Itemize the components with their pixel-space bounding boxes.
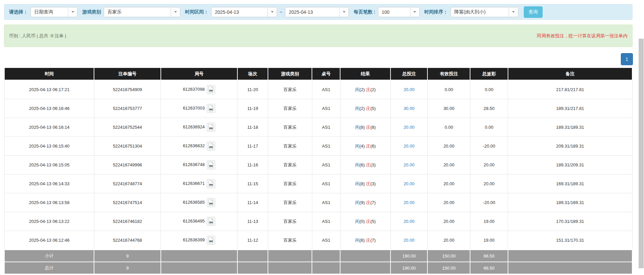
bet-id-cell: 522416749996: [94, 156, 160, 174]
payout-cell: 20.00: [470, 174, 508, 193]
game-type-cell: 百家乐: [268, 99, 312, 118]
table-row: 2025-04-13 06:13:22522416746182612636495…: [4, 212, 632, 231]
payout-cell: 19.00: [470, 231, 508, 250]
result-cell: 闲(4) 庄(6): [340, 137, 390, 156]
scrollbar-thumb[interactable]: [639, 39, 644, 268]
game-type-label: 游戏类别: [82, 9, 101, 15]
total-bet-link[interactable]: 20.00: [404, 238, 415, 243]
game-type-select[interactable]: 百家乐: [104, 7, 180, 17]
col-header-valid-bet: 有效投注: [427, 68, 470, 80]
page-size-label: 每页笔数 :: [354, 9, 375, 15]
result-banker-label: 庄: [366, 162, 370, 167]
time-cell: 2025-04-13 06:17:21: [4, 80, 94, 99]
result-banker-label: 庄: [366, 125, 370, 130]
table-no-cell: AS1: [312, 212, 340, 231]
game-type-cell: 百家乐: [268, 212, 312, 231]
video-icon[interactable]: [207, 104, 215, 113]
table-no-cell: AS1: [312, 137, 340, 156]
payout-cell: 28.50: [470, 99, 508, 118]
scrollbar-track[interactable]: [638, 0, 644, 275]
table-row: 2025-04-13 06:12:46522416744768612636399…: [4, 231, 632, 250]
video-icon[interactable]: [207, 85, 215, 94]
valid-bet-cell: 20.00: [427, 231, 470, 250]
currency-total-text: 币别 : 人民币 | 总共 :9 注单 |: [9, 33, 66, 39]
note-cell: 189.31/217.81: [508, 99, 632, 118]
video-icon[interactable]: [207, 160, 215, 169]
game-type-cell: 百家乐: [268, 137, 312, 156]
total-bet-cell[interactable]: 20.00: [390, 174, 427, 193]
valid-bet-cell: 20.00: [427, 212, 470, 231]
subtotal-valid-bet: 150.00: [427, 250, 470, 262]
table-no-cell: AS1: [312, 193, 340, 212]
total-bet-cell[interactable]: 30.00: [390, 99, 427, 118]
table-row: 2025-04-13 06:15:05522416749996612636748…: [4, 156, 632, 174]
col-header-total-bet: 总投注: [390, 68, 427, 80]
empty-cell: [161, 262, 237, 274]
date-from-select[interactable]: 2025-04-13: [211, 7, 277, 17]
result-player-label: 闲: [355, 200, 360, 205]
total-bet-cell[interactable]: 20.00: [390, 118, 427, 137]
game-type-cell: 百家乐: [268, 156, 312, 174]
total-bet-cell[interactable]: 20.00: [390, 212, 427, 231]
date-range-separator: ~: [280, 9, 282, 15]
total-bet-link[interactable]: 20.00: [404, 200, 415, 205]
total-bet-link[interactable]: 20.00: [404, 144, 415, 149]
note-cell: 189.31/189.31: [508, 118, 632, 137]
time-cell: 2025-04-13 06:16:46: [4, 99, 94, 118]
result-player-label: 闲: [355, 219, 360, 224]
video-icon[interactable]: [207, 142, 215, 151]
empty-cell: [237, 250, 268, 262]
payout-cell: -20.00: [470, 193, 508, 212]
total-bet-cell[interactable]: 20.00: [390, 137, 427, 156]
payout-cell: 20.00: [470, 156, 508, 174]
video-icon[interactable]: [207, 217, 215, 226]
video-icon[interactable]: [207, 179, 215, 188]
col-header-table-no: 桌号: [312, 68, 340, 80]
valid-bet-cell: 20.00: [427, 137, 470, 156]
table-row: 2025-04-13 06:15:40522416751304612636832…: [4, 137, 632, 156]
total-label: 总计: [4, 262, 94, 274]
table-row: 2025-04-13 06:16:14522416752544612636924…: [4, 118, 632, 137]
col-header-game-type: 游戏类别: [268, 68, 312, 80]
table-no-cell: AS1: [312, 80, 340, 99]
total-bet-link[interactable]: 20.00: [404, 181, 415, 186]
subtotal-row: 小计 9 190.00 150.00 66.50: [4, 250, 632, 262]
table-no-cell: AS1: [312, 174, 340, 193]
query-type-select[interactable]: 日期查询: [31, 7, 78, 17]
total-bet-cell[interactable]: 20.00: [390, 156, 427, 174]
date-to-value: 2025-04-13: [285, 9, 339, 15]
page-size-select[interactable]: 100: [378, 7, 420, 17]
total-bet-link[interactable]: 20.00: [404, 162, 415, 167]
video-icon[interactable]: [207, 236, 215, 245]
table-row: 2025-04-13 06:13:58522416747514612636585…: [4, 193, 632, 212]
time-cell: 2025-04-13 06:15:40: [4, 137, 94, 156]
note-cell: 170.31/189.31: [508, 212, 632, 231]
note-cell: 217.81/217.81: [508, 80, 632, 99]
total-bet-link[interactable]: 20.00: [404, 219, 415, 224]
filter-bar: 请选择： 日期查询 游戏类别 百家乐 时间区间： 2025-04-13 ~ 20…: [4, 4, 633, 20]
total-bet-link[interactable]: 30.00: [404, 106, 415, 111]
empty-cell: [312, 250, 340, 262]
chevron-down-icon: [339, 7, 349, 17]
note-cell: 189.31/169.31: [508, 193, 632, 212]
time-sort-select[interactable]: 降冪(由大到小): [451, 7, 518, 17]
col-header-payout: 总派彩: [470, 68, 508, 80]
col-header-time: 时间: [4, 68, 94, 80]
query-button[interactable]: 查询: [524, 6, 543, 18]
total-bet-link[interactable]: 20.00: [404, 125, 415, 130]
bet-id-cell: 522416753777: [94, 99, 160, 118]
table-row: 2025-04-13 06:16:46522416753777612637003…: [4, 99, 632, 118]
round-id: 612636671: [183, 181, 205, 186]
date-to-select[interactable]: 2025-04-13: [285, 7, 349, 17]
total-bet-cell[interactable]: 20.00: [390, 231, 427, 250]
total-bet-cell[interactable]: 20.00: [390, 193, 427, 212]
bet-id-cell: 522416746182: [94, 212, 160, 231]
video-icon[interactable]: [207, 198, 215, 207]
session-cell: 11-20: [237, 80, 268, 99]
game-type-cell: 百家乐: [268, 174, 312, 193]
total-bet-cell[interactable]: 20.00: [390, 80, 427, 99]
video-icon[interactable]: [207, 123, 215, 132]
query-type-value: 日期查询: [31, 9, 68, 15]
total-bet-link[interactable]: 20.00: [404, 87, 415, 92]
page-1-button[interactable]: 1: [621, 53, 633, 65]
